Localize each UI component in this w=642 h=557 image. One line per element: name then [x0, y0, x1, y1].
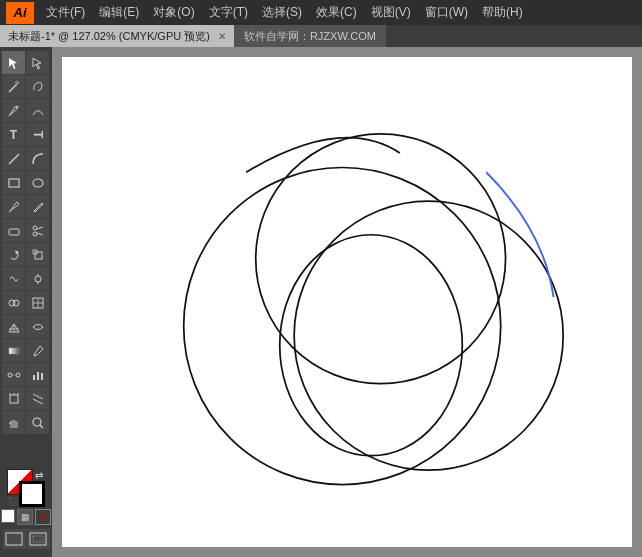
draw-mode-normal[interactable] — [3, 529, 26, 549]
tool-eyedropper[interactable] — [26, 339, 49, 362]
tab-secondary[interactable]: 软件自学网：RJZXW.COM — [234, 25, 386, 47]
svg-line-3 — [17, 82, 19, 84]
tool-hand[interactable] — [2, 411, 25, 434]
tool-scissors[interactable] — [26, 219, 49, 242]
tool-row-type: T T — [2, 123, 50, 146]
tool-artboard[interactable] — [2, 387, 25, 410]
tool-pencil[interactable] — [26, 195, 49, 218]
tool-row-line — [2, 147, 50, 170]
canvas-inner — [62, 57, 632, 547]
tool-row-shape — [2, 171, 50, 194]
tool-row-shapebuilder — [2, 291, 50, 314]
svg-point-27 — [8, 373, 12, 377]
tool-shape-builder[interactable] — [2, 291, 25, 314]
color-mode-none[interactable]: ✕ — [35, 509, 51, 525]
tool-row-artboard — [2, 387, 50, 410]
tool-curvature[interactable] — [26, 99, 49, 122]
tool-row-blend — [2, 363, 50, 386]
svg-line-12 — [37, 227, 43, 229]
svg-point-17 — [35, 276, 41, 282]
tool-scale[interactable] — [26, 243, 49, 266]
tool-select[interactable] — [2, 51, 25, 74]
color-section: ⇄ ⬛ ▦ ✕ — [1, 469, 51, 553]
svg-line-37 — [33, 394, 43, 399]
tool-gradient[interactable] — [2, 339, 25, 362]
tool-chart[interactable] — [26, 363, 49, 386]
tab-secondary-label: 软件自学网：RJZXW.COM — [244, 29, 376, 44]
svg-line-4 — [15, 81, 18, 83]
svg-point-5 — [16, 106, 18, 108]
color-mode-row: ▦ ✕ — [1, 509, 51, 525]
tab-close-icon[interactable]: ✕ — [218, 31, 226, 42]
tool-line[interactable] — [2, 147, 25, 170]
tool-row-brush — [2, 195, 50, 218]
svg-marker-14 — [15, 250, 19, 254]
svg-line-38 — [33, 399, 43, 404]
tool-row-gradient — [2, 339, 50, 362]
tool-puppet-warp[interactable] — [26, 267, 49, 290]
tool-lasso[interactable] — [26, 75, 49, 98]
tool-arc[interactable] — [26, 147, 49, 170]
svg-point-44 — [184, 167, 501, 484]
menu-view[interactable]: 视图(V) — [365, 2, 417, 23]
svg-point-11 — [33, 232, 37, 236]
main-layout: T T — [0, 47, 642, 557]
tool-direct-select[interactable] — [26, 51, 49, 74]
tab-active[interactable]: 未标题-1* @ 127.02% (CMYK/GPU 预览) ✕ — [0, 25, 234, 47]
tool-warp[interactable] — [2, 267, 25, 290]
tool-rotate[interactable] — [2, 243, 25, 266]
default-colors-icon[interactable]: ⬛ — [7, 495, 19, 507]
color-mode-solid[interactable] — [1, 509, 15, 523]
svg-rect-32 — [41, 373, 43, 380]
tool-rectangle[interactable] — [2, 171, 25, 194]
menu-object[interactable]: 对象(O) — [147, 2, 200, 23]
tool-row-nav — [2, 411, 50, 434]
svg-point-28 — [16, 373, 20, 377]
canvas-svg — [62, 57, 632, 547]
app-logo: Ai — [6, 2, 34, 24]
svg-point-21 — [13, 300, 19, 306]
tool-slice[interactable] — [26, 387, 49, 410]
svg-rect-7 — [9, 179, 19, 187]
color-mode-gradient[interactable]: ▦ — [17, 509, 33, 525]
tool-perspective-grid[interactable] — [2, 315, 25, 338]
tool-row-erase — [2, 219, 50, 242]
canvas-area[interactable] — [52, 47, 642, 557]
swap-colors-icon[interactable]: ⇄ — [33, 469, 45, 481]
svg-line-6 — [9, 154, 19, 164]
menu-edit[interactable]: 编辑(E) — [93, 2, 145, 23]
tool-zoom[interactable] — [26, 411, 49, 434]
tool-paintbrush[interactable] — [2, 195, 25, 218]
svg-point-8 — [33, 179, 43, 187]
tool-row-transform — [2, 243, 50, 266]
tool-type[interactable]: T — [2, 123, 25, 146]
menu-bar: 文件(F) 编辑(E) 对象(O) 文字(T) 选择(S) 效果(C) 视图(V… — [40, 2, 636, 23]
svg-rect-42 — [30, 533, 46, 545]
menu-file[interactable]: 文件(F) — [40, 2, 91, 23]
menu-text[interactable]: 文字(T) — [203, 2, 254, 23]
tool-ellipse[interactable] — [26, 171, 49, 194]
svg-rect-43 — [33, 536, 43, 542]
stroke-color[interactable] — [19, 481, 45, 507]
menu-effect[interactable]: 效果(C) — [310, 2, 363, 23]
svg-point-10 — [33, 226, 37, 230]
tool-blend[interactable] — [2, 363, 25, 386]
tool-pen[interactable] — [2, 99, 25, 122]
svg-rect-30 — [33, 375, 35, 380]
menu-window[interactable]: 窗口(W) — [419, 2, 474, 23]
tool-mesh[interactable] — [26, 315, 49, 338]
menu-select[interactable]: 选择(S) — [256, 2, 308, 23]
svg-marker-0 — [9, 58, 17, 69]
tool-eraser[interactable] — [2, 219, 25, 242]
svg-point-39 — [33, 418, 41, 426]
tool-row-select — [2, 51, 50, 74]
tool-magic-wand[interactable] — [2, 75, 25, 98]
tool-type-vertical[interactable]: T — [26, 123, 49, 146]
svg-rect-31 — [37, 372, 39, 380]
draw-mode-behind[interactable] — [27, 529, 50, 549]
svg-marker-1 — [33, 58, 41, 69]
svg-point-47 — [280, 235, 463, 456]
tool-live-paint[interactable] — [26, 291, 49, 314]
svg-rect-33 — [10, 395, 18, 403]
menu-help[interactable]: 帮助(H) — [476, 2, 529, 23]
